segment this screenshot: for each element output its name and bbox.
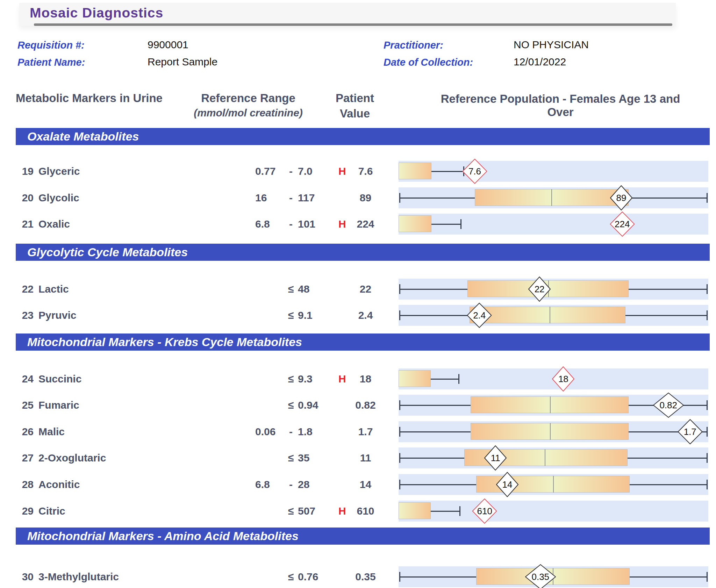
row-number: 28 <box>17 474 34 495</box>
diamond-value-label: 0.35 <box>525 564 556 588</box>
boxplot-whisker-tick <box>399 284 400 294</box>
table-row: 21 Oxalic 6.8 - 101 H 224 224 <box>0 214 716 235</box>
range-high: 9.3 <box>298 368 333 389</box>
boxplot-whisker-tick <box>707 193 708 203</box>
marker-name: Aconitic <box>38 474 80 495</box>
boxplot-whisker-tick <box>399 193 400 203</box>
boxplot: 7.6 <box>399 161 708 182</box>
patient-value: 7.6 <box>351 161 380 182</box>
diamond-value-label: 1.7 <box>678 419 702 444</box>
boxplot-whisker-tick <box>707 453 708 463</box>
section-banner-amino-acid: Mitochondrial Markers - Amino Acid Metab… <box>16 528 710 545</box>
row-number: 19 <box>17 161 34 182</box>
row-number: 30 <box>17 566 34 587</box>
boxplot: 18 <box>399 368 708 389</box>
boxplot-whisker-tick <box>458 374 459 384</box>
patient-value-marker: 18 <box>552 366 574 392</box>
section-banner-oxalate: Oxalate Metabolites <box>16 128 710 145</box>
patient-value: 89 <box>351 187 380 208</box>
boxplot-whisker-line <box>431 511 460 512</box>
lab-report-page: Mosaic Diagnostics Requisition #: 990000… <box>0 0 716 588</box>
patient-value: 224 <box>351 214 380 235</box>
range-low: 16 <box>255 187 284 208</box>
marker-name: Fumaric <box>38 395 79 416</box>
practitioner-label: Practitioner: <box>384 39 443 51</box>
high-flag: H <box>338 368 351 389</box>
high-flag: H <box>338 161 351 182</box>
boxplot: 0.82 <box>399 395 708 416</box>
row-number: 24 <box>17 368 34 389</box>
boxplot: 0.35 <box>399 566 708 587</box>
marker-name: 3-Methylglutaric <box>38 566 119 587</box>
marker-name: 2-Oxoglutaric <box>38 447 106 468</box>
boxplot-median-line <box>545 449 545 466</box>
marker-name: Pyruvic <box>38 305 76 326</box>
patient-value: 14 <box>351 474 380 495</box>
marker-name: Lactic <box>38 279 69 300</box>
column-header-patient-value: Value <box>320 107 390 120</box>
patient-value-marker: 0.35 <box>525 564 556 588</box>
boxplot: 1.7 <box>399 421 708 442</box>
patient-value: 22 <box>351 279 380 300</box>
boxplot-box <box>399 215 431 232</box>
column-header-reference-range: Reference Range <box>175 92 322 105</box>
diamond-value-label: 7.6 <box>462 159 487 184</box>
boxplot-whisker-tick <box>399 480 400 489</box>
range-low: 6.8 <box>255 214 284 235</box>
range-separator: ≤ <box>284 279 298 300</box>
row-number: 29 <box>17 501 34 522</box>
range-high: 0.94 <box>298 395 333 416</box>
range-high: 7.0 <box>298 161 333 182</box>
range-high: 101 <box>298 214 333 235</box>
boxplot-whisker-tick <box>399 310 400 320</box>
boxplot-whisker-tick <box>707 480 708 489</box>
range-separator: ≤ <box>284 368 298 389</box>
collection-date-value: 12/01/2022 <box>514 56 566 68</box>
patient-name-value: Report Sample <box>148 56 217 68</box>
diamond-value-label: 11 <box>484 445 507 471</box>
patient-value-marker: 14 <box>496 472 518 497</box>
boxplot-whisker-tick <box>707 572 708 582</box>
boxplot-box <box>399 502 431 519</box>
boxplot-median-line <box>550 423 551 440</box>
boxplot-whisker-tick <box>460 219 461 229</box>
table-row: 19 Glyceric 0.77 - 7.0 H 7.6 7.6 <box>0 161 716 182</box>
range-separator: ≤ <box>284 566 298 587</box>
boxplot-median-line <box>553 476 554 493</box>
company-logo: Mosaic Diagnostics <box>30 3 163 23</box>
range-low: 6.8 <box>255 474 284 495</box>
marker-name: Malic <box>38 421 65 442</box>
row-number: 20 <box>17 187 34 208</box>
diamond-value-label: 22 <box>528 277 551 302</box>
boxplot-whisker-line <box>431 171 464 172</box>
table-row: 20 Glycolic 16 - 117 89 89 <box>0 187 716 208</box>
diamond-value-label: 224 <box>610 211 635 237</box>
boxplot-whisker-tick <box>707 310 708 320</box>
boxplot-whisker-tick <box>707 284 708 294</box>
practitioner-value: NO PHYSICIAN <box>514 39 589 51</box>
patient-value-marker: 7.6 <box>462 159 487 184</box>
patient-value: 18 <box>351 368 380 389</box>
patient-value-marker: 22 <box>528 277 551 302</box>
range-separator: - <box>284 187 298 208</box>
boxplot: 89 <box>399 187 708 208</box>
range-separator: - <box>284 161 298 182</box>
row-number: 23 <box>17 305 34 326</box>
boxplot-whisker-line <box>431 224 461 225</box>
patient-value: 0.35 <box>351 566 380 587</box>
high-flag: H <box>338 214 351 235</box>
boxplot-box <box>399 163 431 179</box>
boxplot: 11 <box>399 447 708 468</box>
boxplot: 14 <box>399 474 708 495</box>
range-separator: ≤ <box>284 447 298 468</box>
range-separator: - <box>284 421 298 442</box>
boxplot-whisker-tick <box>459 506 460 516</box>
range-high: 0.76 <box>298 566 333 587</box>
row-number: 21 <box>17 214 34 235</box>
high-flag: H <box>338 501 351 522</box>
column-header-reference-units: (mmol/mol creatinine) <box>168 106 329 120</box>
range-low: 0.06 <box>255 421 284 442</box>
patient-value: 11 <box>351 447 380 468</box>
table-row: 27 2-Oxoglutaric ≤ 35 11 11 <box>0 447 716 468</box>
header-divider <box>34 23 672 26</box>
